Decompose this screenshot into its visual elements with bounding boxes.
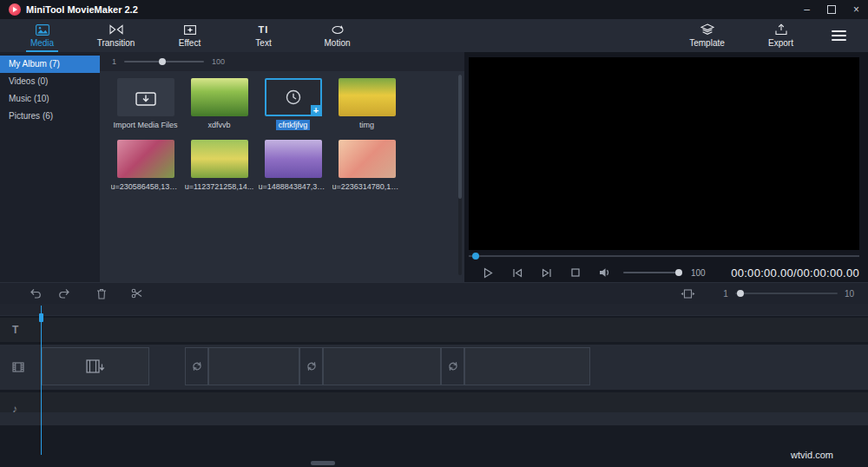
media-library-panel: 1 100 Import Media Files xdfvvb + [100, 52, 464, 282]
timeline-horizontal-scrollbar[interactable] [311, 461, 335, 465]
timeline-zoom-handle[interactable] [737, 290, 744, 297]
volume-slider-handle[interactable] [675, 269, 682, 276]
video-clip-placeholder[interactable] [323, 347, 441, 385]
preview-progress-bar[interactable] [469, 255, 859, 257]
titlebar: MiniTool MovieMaker 2.2 – × [0, 0, 868, 19]
video-clip-placeholder[interactable] [208, 347, 299, 385]
zoom-max-label: 100 [212, 57, 225, 66]
stop-button[interactable] [571, 268, 580, 277]
export-button[interactable]: Export [744, 19, 818, 52]
video-track[interactable] [0, 345, 868, 390]
text-icon: TI [259, 23, 269, 36]
media-item[interactable]: xdfvvb [182, 78, 256, 130]
media-item[interactable]: timg [330, 78, 404, 130]
text-track[interactable]: T [0, 318, 868, 342]
video-clip-placeholder[interactable] [42, 347, 149, 385]
media-thumbnail[interactable] [191, 78, 248, 116]
preview-progress-handle[interactable] [472, 253, 479, 260]
library-scrollbar[interactable] [458, 75, 462, 275]
media-grid: Import Media Files xdfvvb + cfrtkfjfvg t… [100, 71, 464, 192]
transition-slot[interactable] [441, 347, 464, 385]
effect-icon [183, 23, 197, 36]
sidebar-item-pictures[interactable]: Pictures (6) [0, 108, 100, 125]
duration-clock-icon [285, 89, 302, 106]
thumbnail-size-slider[interactable] [124, 61, 204, 62]
transition-slot-icon [191, 361, 203, 372]
close-button[interactable]: × [853, 5, 859, 14]
transition-slot[interactable] [299, 347, 323, 385]
tab-effect-label: Effect [179, 38, 201, 48]
media-thumbnail[interactable] [339, 78, 396, 116]
template-label: Template [689, 38, 725, 48]
media-icon [36, 23, 49, 36]
text-track-icon: T [12, 324, 18, 336]
template-button[interactable]: Template [670, 19, 744, 52]
import-media-icon [117, 78, 174, 116]
library-sidebar: My Album (7) Videos (0) Music (10) Pictu… [0, 52, 100, 282]
add-to-timeline-button[interactable]: + [311, 105, 322, 116]
fit-timeline-icon[interactable] [681, 289, 695, 299]
transition-slot-icon [447, 361, 459, 372]
media-thumbnail[interactable] [191, 140, 248, 178]
volume-value: 100 [691, 268, 706, 278]
split-button[interactable] [131, 288, 142, 299]
media-item-selected[interactable]: + cfrtkfjfvg [256, 78, 330, 130]
maximize-button[interactable] [827, 5, 836, 14]
media-item[interactable]: u=1123721258,14... [182, 140, 256, 192]
playback-controls: 100 00:00:00.00/00:00:00.00 [469, 262, 859, 283]
timeline-zoom-slider[interactable] [735, 293, 838, 294]
timeline-ruler[interactable] [0, 304, 868, 316]
add-clip-icon [86, 358, 105, 374]
tab-motion[interactable]: Motion [300, 19, 374, 52]
tab-media[interactable]: Media [5, 19, 79, 52]
transition-slot[interactable] [185, 347, 208, 385]
media-item-label: Import Media Files [113, 120, 177, 130]
redo-button[interactable] [58, 288, 70, 299]
music-track[interactable]: ♪ [0, 392, 868, 425]
thumbnail-size-slider-handle[interactable] [159, 58, 166, 65]
motion-icon [331, 23, 345, 36]
video-track-icon [12, 362, 24, 372]
edit-toolbar: 1 10 [0, 282, 868, 304]
tab-transition[interactable]: Transition [79, 19, 153, 52]
app-logo-icon [9, 3, 21, 16]
menu-button[interactable] [818, 19, 859, 52]
sidebar-item-music[interactable]: Music (10) [0, 90, 100, 108]
undo-button[interactable] [30, 288, 42, 299]
volume-slider[interactable] [623, 272, 682, 273]
template-icon [700, 23, 714, 36]
app-title: MiniTool MovieMaker 2.2 [26, 4, 138, 15]
tab-effect[interactable]: Effect [153, 19, 227, 52]
media-item[interactable]: u=2236314780,14... [330, 140, 404, 192]
playhead[interactable] [41, 306, 42, 455]
timeline-zoom-controls: 1 10 [681, 289, 854, 299]
previous-frame-button[interactable] [512, 268, 523, 278]
tab-text[interactable]: TI Text [227, 19, 300, 52]
window-controls: – × [804, 5, 859, 14]
media-thumbnail[interactable] [265, 140, 322, 178]
preview-panel: 100 00:00:00.00/00:00:00.00 [464, 52, 868, 282]
media-item[interactable]: u=230586458,131... [108, 140, 182, 192]
play-button[interactable] [483, 267, 493, 279]
media-thumbnail[interactable] [339, 140, 396, 178]
video-clip-placeholder[interactable] [464, 347, 590, 385]
transition-slot-icon [306, 361, 318, 372]
transition-icon [109, 23, 123, 36]
media-thumbnail[interactable]: + [265, 78, 322, 116]
menu-icon [832, 30, 846, 32]
sidebar-item-my-album[interactable]: My Album (7) [0, 56, 100, 73]
delete-button[interactable] [96, 288, 107, 299]
media-thumbnail[interactable] [117, 140, 174, 178]
export-label: Export [768, 38, 793, 48]
volume-icon[interactable] [599, 267, 611, 278]
library-scrollbar-thumb[interactable] [458, 75, 462, 199]
import-media-button[interactable]: Import Media Files [108, 78, 182, 130]
media-item[interactable]: u=1488843847,36... [256, 140, 330, 192]
media-item-label: timg [359, 120, 374, 130]
preview-screen [469, 57, 859, 250]
app-window: MiniTool MovieMaker 2.2 – × Media Transi… [0, 0, 868, 467]
sidebar-item-videos[interactable]: Videos (0) [0, 73, 100, 90]
next-frame-button[interactable] [542, 268, 552, 278]
minimize-button[interactable]: – [804, 5, 810, 14]
timecode-display: 00:00:00.00/00:00:00.00 [731, 266, 859, 280]
